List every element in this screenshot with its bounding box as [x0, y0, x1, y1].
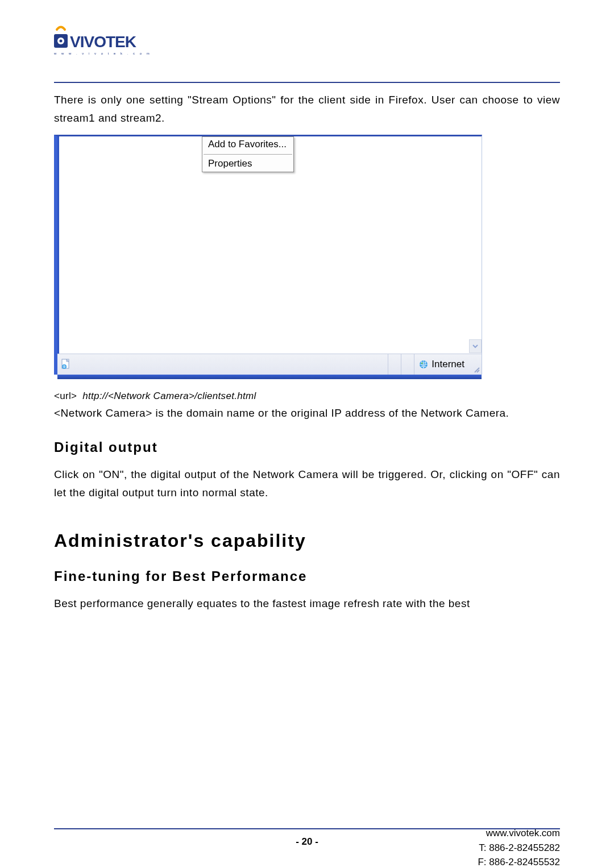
status-zone: Internet — [414, 354, 482, 375]
footer-fax: F: 886-2-82455532 — [478, 855, 560, 868]
svg-point-2 — [60, 40, 63, 43]
camera-domain-note: <Network Camera> is the domain name or t… — [54, 404, 560, 422]
url-line: <url> http://<Network Camera>/clientset.… — [54, 391, 560, 402]
footer-tel: T: 886-2-82455282 — [478, 841, 560, 855]
header-divider — [54, 82, 560, 83]
context-menu: Add to Favorites... Properties — [202, 136, 294, 172]
page-footer: - 20 - www.vivotek.com T: 886-2-82455282… — [54, 815, 560, 848]
resize-grip-icon — [472, 366, 480, 373]
heading-digital-output: Digital output — [54, 439, 560, 455]
intro-paragraph: There is only one setting "Stream Option… — [54, 91, 560, 128]
footer-contact: www.vivotek.com T: 886-2-82455282 F: 886… — [478, 826, 560, 868]
page-icon — [60, 358, 72, 371]
browser-screenshot: Add to Favorites... Properties — [54, 135, 482, 375]
logo-tagline: w w w . v i v o t e k . c o m — [54, 52, 151, 55]
vivotek-logo-svg: VIVOTEK w w w . v i v o t e k . c o m — [54, 23, 168, 63]
footer-website: www.vivotek.com — [478, 826, 560, 841]
menu-add-favorites[interactable]: Add to Favorites... — [202, 137, 293, 152]
menu-properties[interactable]: Properties — [202, 156, 293, 172]
svg-text:VIVOTEK: VIVOTEK — [70, 33, 136, 51]
url-value: http://<Network Camera>/clientset.html — [82, 391, 256, 401]
digital-output-body: Click on "ON", the digital output of the… — [54, 466, 560, 502]
scroll-down-icon[interactable] — [469, 339, 482, 353]
globe-icon — [419, 360, 428, 369]
status-zone-label: Internet — [432, 359, 464, 370]
fine-tuning-body: Best performance generally equates to th… — [54, 595, 560, 613]
menu-separator — [204, 154, 292, 155]
heading-fine-tuning: Fine-tuning for Best Performance — [54, 568, 560, 584]
heading-admin-capability: Administrator's capability — [54, 530, 560, 551]
vivotek-logo: VIVOTEK w w w . v i v o t e k . c o m — [54, 23, 560, 65]
browser-status-bar: Internet — [57, 354, 482, 375]
url-prefix: <url> — [54, 391, 77, 401]
